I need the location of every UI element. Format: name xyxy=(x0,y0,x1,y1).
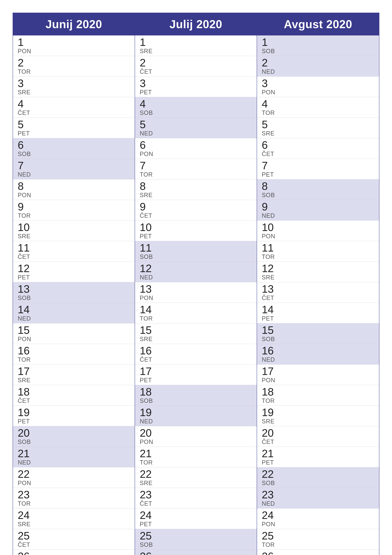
day-name: PET xyxy=(262,459,374,466)
day-row: 11SOB xyxy=(135,241,257,262)
day-name: ČET xyxy=(18,541,130,548)
day-name: ČET xyxy=(262,295,374,301)
day-row: 21TOR xyxy=(135,447,257,467)
day-row: 20PON xyxy=(135,426,257,447)
day-name: TOR xyxy=(18,68,130,75)
day-row: 5PET xyxy=(13,118,135,138)
day-row: 14TOR xyxy=(135,303,257,323)
day-row: 19NED xyxy=(135,406,257,426)
day-name: PET xyxy=(262,315,374,322)
day-num: 19 xyxy=(18,407,130,418)
day-name: SRE xyxy=(18,233,130,240)
day-name: SRE xyxy=(140,48,252,55)
day-num: 7 xyxy=(18,160,130,171)
day-num: 19 xyxy=(262,407,374,418)
day-name: TOR xyxy=(262,541,374,548)
day-name: PON xyxy=(140,438,252,445)
day-row: 4ČET xyxy=(13,97,135,118)
day-num: 13 xyxy=(18,284,130,294)
day-name: NED xyxy=(262,212,374,219)
day-row: 24PON xyxy=(257,509,379,529)
day-name: TOR xyxy=(140,171,252,178)
day-name: SOB xyxy=(140,397,252,404)
day-name: SOB xyxy=(18,438,130,445)
day-row: 26SRE xyxy=(257,550,379,555)
day-row: 22PON xyxy=(13,467,135,488)
day-num: 4 xyxy=(262,98,374,109)
day-num: 1 xyxy=(140,37,252,47)
day-num: 3 xyxy=(262,78,374,89)
day-num: 20 xyxy=(262,427,374,438)
day-row: 14PET xyxy=(257,303,379,323)
day-row: 16NED xyxy=(257,344,379,365)
day-name: SRE xyxy=(262,274,374,281)
day-num: 25 xyxy=(262,530,374,541)
day-num: 17 xyxy=(262,366,374,377)
day-row: 26PET xyxy=(13,550,135,555)
day-row: 10PON xyxy=(257,220,379,241)
day-num: 19 xyxy=(140,407,252,418)
day-name: SOB xyxy=(18,295,130,301)
day-row: 12PET xyxy=(13,262,135,282)
day-name: ČET xyxy=(262,151,374,157)
day-row: 3SRE xyxy=(13,77,135,97)
month-col-avgust: Avgust 20201SOB2NED3PON4TOR5SRE6ČET7PET8… xyxy=(257,13,379,555)
day-row: 23NED xyxy=(257,488,379,509)
day-num: 18 xyxy=(140,386,252,397)
day-num: 14 xyxy=(18,304,130,315)
day-row: 25TOR xyxy=(257,529,379,550)
day-row: 24PET xyxy=(135,509,257,529)
day-name: SOB xyxy=(140,254,252,260)
day-num: 23 xyxy=(140,489,252,500)
day-num: 6 xyxy=(140,139,252,150)
day-num: 12 xyxy=(140,263,252,274)
day-name: NED xyxy=(140,130,252,137)
day-num: 4 xyxy=(18,98,130,109)
day-num: 9 xyxy=(262,201,374,212)
day-row: 24SRE xyxy=(13,509,135,529)
day-num: 21 xyxy=(262,448,374,459)
day-row: 5SRE xyxy=(257,118,379,138)
day-name: SOB xyxy=(140,541,252,548)
days-container-julij: 1SRE2ČET3PET4SOB5NED6PON7TOR8SRE9ČET10PE… xyxy=(135,36,257,555)
day-name: ČET xyxy=(140,500,252,507)
day-num: 22 xyxy=(262,469,374,479)
day-num: 16 xyxy=(18,345,130,356)
day-row: 12NED xyxy=(135,262,257,282)
calendar-grid: Junij 20201PON2TOR3SRE4ČET5PET6SOB7NED8P… xyxy=(13,13,379,555)
day-num: 13 xyxy=(262,284,374,294)
day-row: 9ČET xyxy=(135,200,257,220)
day-name: ČET xyxy=(262,438,374,445)
day-name: TOR xyxy=(18,500,130,507)
day-num: 12 xyxy=(262,263,374,274)
day-num: 3 xyxy=(18,78,130,89)
day-row: 25SOB xyxy=(135,529,257,550)
day-name: SOB xyxy=(262,48,374,55)
month-header-julij: Julij 2020 xyxy=(135,13,257,36)
day-row: 23ČET xyxy=(135,488,257,509)
day-row: 1SOB xyxy=(257,36,379,56)
day-name: ČET xyxy=(140,212,252,219)
day-num: 25 xyxy=(18,530,130,541)
day-num: 7 xyxy=(140,160,252,171)
day-name: TOR xyxy=(140,459,252,466)
day-name: TOR xyxy=(262,397,374,404)
day-num: 15 xyxy=(140,325,252,336)
day-num: 26 xyxy=(262,551,374,555)
day-name: NED xyxy=(140,418,252,425)
day-row: 7NED xyxy=(13,159,135,179)
day-name: NED xyxy=(262,68,374,75)
day-row: 15PON xyxy=(13,323,135,344)
day-num: 10 xyxy=(262,222,374,233)
day-row: 16ČET xyxy=(135,344,257,365)
day-name: PET xyxy=(140,89,252,96)
day-name: SOB xyxy=(140,110,252,116)
day-name: SRE xyxy=(140,480,252,487)
day-name: PON xyxy=(140,295,252,301)
day-row: 2ČET xyxy=(135,56,257,77)
day-name: NED xyxy=(18,171,130,178)
day-num: 21 xyxy=(18,448,130,459)
day-row: 11TOR xyxy=(257,241,379,262)
day-num: 11 xyxy=(18,242,130,253)
day-name: PON xyxy=(18,192,130,198)
